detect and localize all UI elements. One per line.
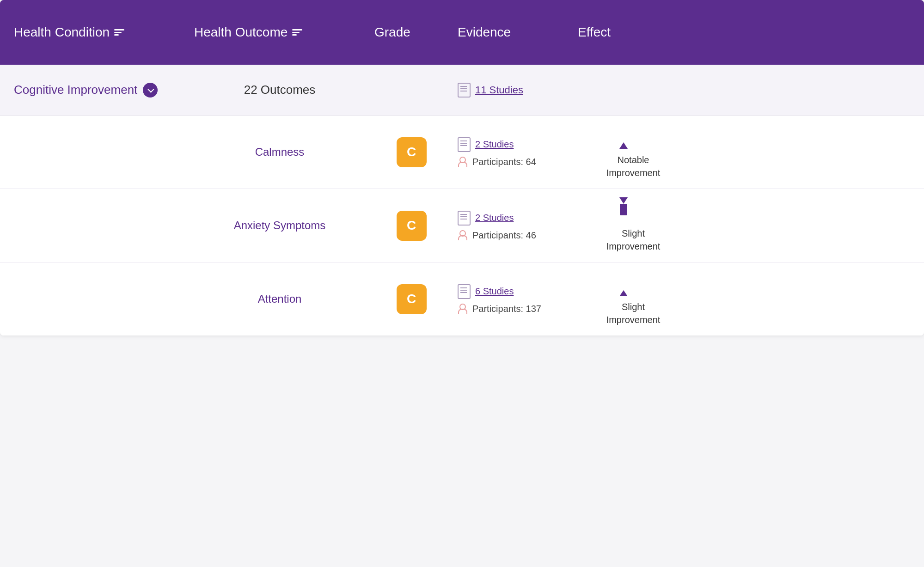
detail-row-attention: Attention C 6 Studies Participants: 137 (0, 262, 924, 335)
summary-outcomes-label: 22 Outcomes (244, 83, 316, 97)
effect-label-calmness: NotableImprovement (606, 153, 661, 179)
studies-link-anxiety[interactable]: 2 Studies (458, 211, 569, 226)
header-effect: Effect (573, 16, 693, 49)
health-outcome-filter-icon[interactable] (292, 29, 302, 36)
effect-cell-anxiety: SlightImprovement (573, 189, 693, 262)
person-icon-attention (458, 304, 468, 314)
studies-label-attention: 6 Studies (475, 286, 514, 297)
up-arrow-attention (620, 290, 627, 296)
grade-badge-calmness: C (397, 137, 427, 167)
doc-icon-anxiety (458, 211, 471, 226)
detail-condition-empty-2 (9, 216, 190, 235)
header-evidence: Evidence (453, 16, 573, 49)
grade-badge-attention: C (397, 284, 427, 314)
header-health-condition: Health Condition (9, 16, 190, 49)
grade-cell-calmness: C (370, 128, 453, 177)
table-header: Health Condition Health Outcome Grade Ev… (0, 0, 924, 65)
bar-col-3-anxiety (640, 198, 647, 221)
summary-effect-cell (573, 81, 693, 99)
bar-col-1-attention (620, 272, 627, 295)
grade-cell-anxiety: C (370, 201, 453, 250)
participants-label-anxiety: Participants: 46 (472, 230, 536, 241)
evidence-label: Evidence (458, 25, 511, 40)
bar-col-3-attention (639, 272, 647, 295)
participants-calmness: Participants: 64 (458, 157, 569, 167)
header-grade: Grade (370, 16, 453, 49)
participants-anxiety: Participants: 46 (458, 230, 569, 241)
studies-label-calmness: 2 Studies (475, 139, 514, 150)
effect-cell-attention: SlightImprovement (573, 262, 693, 335)
summary-outcomes-cell: 22 Outcomes (190, 73, 370, 106)
bar-col-1-calmness (619, 125, 628, 148)
effect-label: Effect (578, 25, 611, 40)
grade-badge-anxiety: C (397, 211, 427, 241)
health-outcome-label: Health Outcome (194, 25, 288, 40)
effect-chart-attention (620, 272, 647, 295)
detail-outcome-attention: Attention (190, 283, 370, 315)
summary-studies-label: 11 Studies (475, 84, 523, 96)
bar-col-1-anxiety (619, 198, 628, 221)
doc-icon (458, 83, 471, 98)
detail-outcome-calmness: Calmness (190, 136, 370, 168)
summary-condition-label: Cognitive Improvement (14, 83, 137, 97)
participants-attention: Participants: 137 (458, 304, 569, 314)
attention-label: Attention (258, 293, 302, 305)
studies-link-calmness[interactable]: 2 Studies (458, 137, 569, 152)
bar-col-2-calmness (630, 125, 637, 148)
doc-icon-attention (458, 284, 471, 299)
anxiety-label: Anxiety Symptoms (234, 219, 326, 232)
detail-condition-empty-3 (9, 290, 190, 308)
health-condition-label: Health Condition (14, 25, 110, 40)
summary-row: Cognitive Improvement 22 Outcomes 11 Stu… (0, 65, 924, 116)
health-condition-filter-icon[interactable] (114, 29, 124, 36)
up-arrow-calmness (619, 142, 628, 149)
studies-link-attention[interactable]: 6 Studies (458, 284, 569, 299)
detail-condition-empty-1 (9, 143, 190, 161)
detail-row-anxiety: Anxiety Symptoms C 2 Studies Participant… (0, 189, 924, 262)
detail-row-calmness: Calmness C 2 Studies Participants: 64 (0, 116, 924, 189)
effect-label-anxiety: SlightImprovement (606, 227, 661, 253)
calmness-label: Calmness (255, 146, 305, 158)
person-icon-anxiety (458, 230, 468, 240)
down-arrow-anxiety (619, 197, 628, 204)
bar-col-3-calmness (640, 125, 647, 148)
person-icon-calmness (458, 157, 468, 167)
doc-icon-calmness (458, 137, 471, 152)
evidence-cell-anxiety: 2 Studies Participants: 46 (453, 201, 573, 250)
bar-col-2-anxiety (630, 198, 637, 221)
effect-label-attention: SlightImprovement (606, 300, 661, 326)
effect-chart-calmness (619, 125, 647, 148)
effect-cell-calmness: NotableImprovement (573, 116, 693, 189)
participants-label-attention: Participants: 137 (472, 304, 541, 314)
summary-condition-cell: Cognitive Improvement (9, 73, 190, 107)
grade-label: Grade (374, 25, 410, 40)
evidence-cell-attention: 6 Studies Participants: 137 (453, 275, 573, 323)
bar1-anxiety (620, 204, 627, 215)
participants-label-calmness: Participants: 64 (472, 157, 536, 167)
expand-button[interactable] (143, 83, 158, 98)
bar-col-2-attention (630, 272, 637, 295)
detail-outcome-anxiety: Anxiety Symptoms (190, 210, 370, 241)
effect-chart-anxiety (619, 198, 647, 221)
studies-label-anxiety: 2 Studies (475, 213, 514, 223)
evidence-table: Health Condition Health Outcome Grade Ev… (0, 0, 924, 335)
grade-cell-attention: C (370, 275, 453, 323)
summary-grade-cell (370, 81, 453, 99)
summary-evidence-cell[interactable]: 11 Studies (453, 73, 573, 107)
evidence-cell-calmness: 2 Studies Participants: 64 (453, 128, 573, 177)
header-health-outcome: Health Outcome (190, 16, 370, 49)
